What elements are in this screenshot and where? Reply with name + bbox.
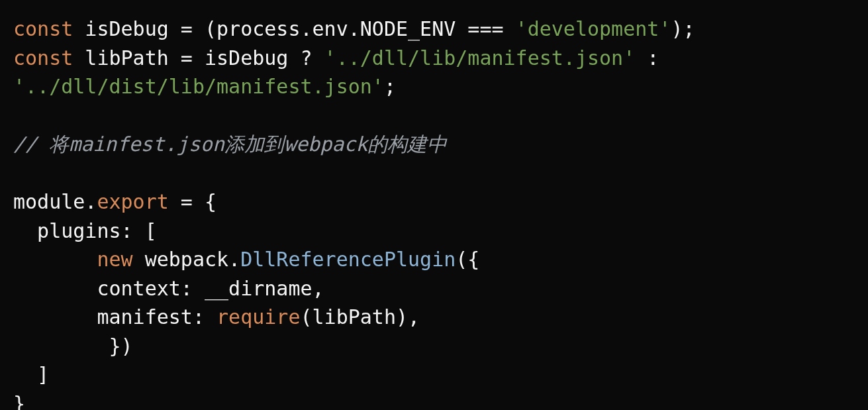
code-token: DllReferencePlugin	[240, 248, 456, 271]
code-token: const	[13, 17, 73, 40]
code-token: module.	[13, 190, 97, 213]
code-token: ]	[13, 363, 49, 386]
code-token: 'development'	[516, 17, 671, 40]
code-token: libPath = isDebug ?	[73, 46, 324, 70]
code-token: require	[217, 305, 300, 329]
code-token: :	[635, 46, 659, 70]
code-token: '../dll/lib/manifest.json'	[324, 46, 636, 70]
code-token: manifest:	[13, 305, 217, 329]
code-token: plugins: [	[13, 219, 157, 242]
code-token: // 将mainfest.json添加到webpack的构建中	[13, 132, 447, 156]
code-block: const isDebug = (process.env.NODE_ENV ==…	[0, 0, 868, 410]
code-token: (libPath),	[300, 305, 420, 329]
code-token: = {	[169, 190, 217, 213]
code-token: );	[671, 17, 695, 40]
code-token: export	[97, 190, 168, 213]
code-token: isDebug = (process.env.NODE_ENV ===	[73, 17, 515, 40]
code-token: }	[13, 392, 25, 411]
code-token: ({	[456, 248, 479, 271]
code-token: '../dll/dist/lib/manifest.json'	[13, 75, 384, 98]
code-token: })	[13, 334, 133, 358]
code-token: ;	[384, 75, 396, 98]
code-token: new	[97, 248, 132, 271]
code-token: const	[13, 46, 73, 70]
code-token: webpack.	[133, 248, 241, 271]
code-token: context: __dirname,	[13, 277, 324, 300]
code-token	[13, 248, 97, 271]
